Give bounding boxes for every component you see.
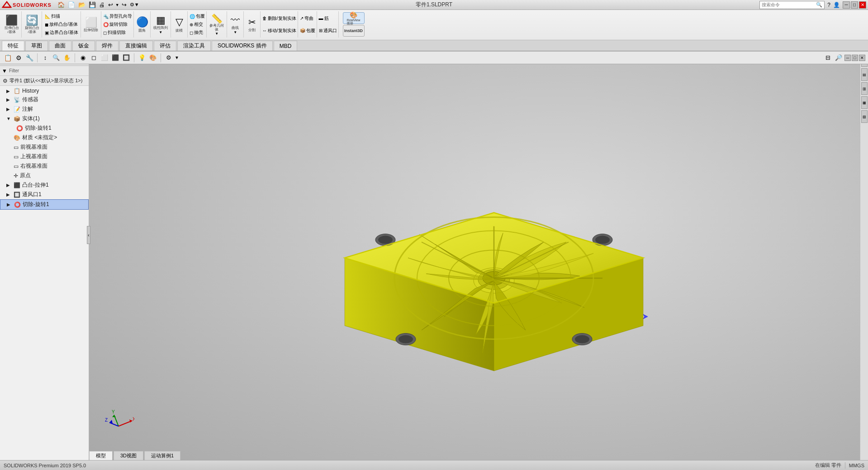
revolve-boss-btn[interactable]: 🔄 旋转凸台/基体 bbox=[24, 14, 40, 35]
home-btn[interactable]: 🏠 bbox=[56, 1, 66, 9]
right-panel-btn-2[interactable]: ▤ bbox=[861, 68, 868, 81]
ref-geometry-btn[interactable]: 📏 参考几何体 ▼ bbox=[209, 13, 224, 36]
window-min-btn[interactable]: ─ bbox=[844, 55, 851, 61]
tab-direct-edit[interactable]: 直接编辑 bbox=[119, 41, 153, 51]
split-btn[interactable]: ✂ 分割 bbox=[248, 17, 256, 33]
revolve-cut-btn[interactable]: ⭕ 旋转切除 bbox=[103, 21, 132, 28]
tab-3d-view[interactable]: 3D视图 bbox=[114, 451, 143, 460]
orient-btn[interactable]: ↕ bbox=[40, 53, 50, 63]
panel-resize-handle[interactable] bbox=[87, 52, 89, 460]
tree-item-cut-revolve-child[interactable]: ⭕ 切除-旋转1 bbox=[0, 123, 89, 133]
magnify-btn[interactable]: 🔎 bbox=[834, 53, 844, 63]
tab-render[interactable]: 渲染工具 bbox=[177, 41, 211, 51]
tree-item-material[interactable]: 🎨 材质 <未指定> bbox=[0, 133, 89, 142]
draft-btn[interactable]: ▽ 拔模 bbox=[175, 16, 183, 33]
vent-expand[interactable]: ▶ bbox=[6, 192, 12, 197]
close-button[interactable]: ✕ bbox=[859, 1, 866, 9]
tree-item-top-plane[interactable]: ▭ 上视基准面 bbox=[0, 152, 89, 161]
history-expand-icon[interactable]: ▶ bbox=[6, 89, 12, 94]
tree-item-cut-revolve-selected[interactable]: ▶ ⭕ 切除-旋转1 bbox=[0, 199, 89, 210]
ref-geometry-dropdown[interactable]: ▼ bbox=[215, 32, 218, 36]
rib-btn[interactable]: ▬ 筋 bbox=[319, 15, 337, 22]
curves-btn[interactable]: 〰 曲线 ▼ bbox=[231, 15, 240, 34]
tree-item-history[interactable]: ▶ 📋 History bbox=[0, 87, 89, 95]
undo-btn[interactable]: ↩ bbox=[107, 1, 114, 9]
boundary-btn[interactable]: ▣ 边界凸台/基体 bbox=[44, 29, 79, 36]
pan-btn[interactable]: ✋ bbox=[62, 53, 72, 63]
wireframe-btn[interactable]: ◻ bbox=[89, 53, 99, 63]
instant3d-btn[interactable]: Instant3D bbox=[343, 25, 365, 37]
solid-bodies-expand-icon[interactable]: ▼ bbox=[6, 116, 12, 121]
account-icon[interactable]: 👤 bbox=[833, 2, 840, 8]
perspective-btn[interactable]: 🔲 bbox=[121, 53, 131, 63]
zoom-btn[interactable]: 🔍 bbox=[51, 53, 61, 63]
annotations-expand-icon[interactable]: ▶ bbox=[6, 107, 12, 112]
cut-revolve-expand[interactable]: ▶ bbox=[7, 202, 12, 207]
config-manager-toggle[interactable]: 🔧 bbox=[24, 53, 34, 63]
tab-surface[interactable]: 曲面 bbox=[49, 41, 71, 51]
search-input[interactable] bbox=[762, 2, 816, 8]
linear-pattern-dropdown-icon[interactable]: ▼ bbox=[159, 30, 162, 34]
shell-btn[interactable]: ◻ 抽壳 bbox=[190, 29, 205, 36]
right-panel-btn-4[interactable]: ▦ bbox=[861, 96, 868, 109]
tree-item-solid-bodies[interactable]: ▼ 📦 实体(1) bbox=[0, 114, 89, 123]
tab-solidworks-plugins[interactable]: SOLIDWORKS 插件 bbox=[212, 41, 273, 51]
tab-evaluate[interactable]: 评估 bbox=[154, 41, 176, 51]
undo-dropdown[interactable]: ▼ bbox=[115, 2, 120, 8]
curves-dropdown[interactable]: ▼ bbox=[233, 30, 237, 34]
shaded-btn[interactable]: ⬛ bbox=[110, 53, 120, 63]
vent-btn[interactable]: ⊞ 通风口 bbox=[319, 28, 337, 34]
fillet-btn[interactable]: 🔵 圆角 bbox=[136, 16, 148, 33]
save-btn[interactable]: 💾 bbox=[87, 1, 97, 9]
tree-item-sensors[interactable]: ▶ 📡 传感器 bbox=[0, 95, 89, 104]
display-style-btn[interactable]: ◉ bbox=[78, 53, 88, 63]
tree-item-annotations[interactable]: ▶ 📝 注解 bbox=[0, 104, 89, 114]
tab-motion-study[interactable]: 运动算例1 bbox=[144, 451, 180, 460]
loft-btn[interactable]: ◼ 放样凸台/基体 bbox=[44, 21, 79, 28]
sweep-btn[interactable]: 📐 扫描 bbox=[44, 13, 79, 20]
open-btn[interactable]: 📂 bbox=[77, 1, 87, 9]
lights-btn[interactable]: 💡 bbox=[137, 53, 147, 63]
view-dropdown-arrow[interactable]: ▼ bbox=[175, 55, 179, 60]
tab-feature[interactable]: 特征 bbox=[2, 41, 24, 51]
redo-btn[interactable]: ↪ bbox=[120, 1, 128, 9]
extrude-cut-btn[interactable]: ⬜ 拉伸切除 bbox=[84, 17, 98, 33]
tab-weldment[interactable]: 焊件 bbox=[96, 41, 119, 51]
collapse-handle[interactable]: ‹ bbox=[87, 226, 90, 244]
window-close-btn[interactable]: ✕ bbox=[859, 55, 865, 61]
boss-extrude-btn[interactable]: ⬛ 拉伸凸台/基体 bbox=[4, 14, 20, 35]
minimize-button[interactable]: ─ bbox=[843, 1, 850, 9]
help-icon[interactable]: ? bbox=[827, 2, 830, 8]
print-btn[interactable]: 🖨 bbox=[98, 1, 106, 9]
window-max-btn[interactable]: □ bbox=[852, 55, 858, 61]
intersect-btn[interactable]: ⊕ 相交 bbox=[190, 21, 205, 28]
color-btn[interactable]: 🎨 bbox=[148, 53, 158, 63]
new-btn[interactable]: 📄 bbox=[66, 1, 76, 9]
settings-dropdown[interactable]: ⚙▼ bbox=[128, 1, 141, 8]
search-icon[interactable]: 🔍 bbox=[816, 2, 822, 8]
wrap-btn[interactable]: 🌐 包覆 bbox=[190, 13, 205, 19]
wrap2-btn[interactable]: 📦 包覆 bbox=[300, 28, 315, 34]
realview-btn[interactable]: 🎨 RealView图形 bbox=[343, 12, 365, 24]
hidden-lines-btn[interactable]: ⬜ bbox=[100, 53, 109, 63]
sweep-cut-btn[interactable]: ◻ 扫描切除 bbox=[103, 29, 132, 36]
bend-btn[interactable]: ↗ 弯曲 bbox=[300, 15, 315, 22]
right-panel-btn-3[interactable]: ▥ bbox=[861, 82, 868, 95]
view-settings-btn[interactable]: ⚙ bbox=[164, 53, 174, 63]
tree-item-boss-extrude[interactable]: ▶ ⬛ 凸台-拉伸1 bbox=[0, 180, 89, 190]
tree-item-right-plane[interactable]: ▭ 右视基准面 bbox=[0, 161, 89, 171]
boss-extrude-expand[interactable]: ▶ bbox=[6, 183, 12, 188]
hole-wizard-btn[interactable]: 🔩 异型孔向导 bbox=[103, 13, 132, 19]
tab-sheetmetal[interactable]: 钣金 bbox=[72, 41, 95, 51]
feature-manager-toggle[interactable]: 📋 bbox=[3, 53, 13, 63]
tab-model[interactable]: 模型 bbox=[89, 451, 113, 460]
right-panel-btn-5[interactable]: ▧ bbox=[861, 110, 868, 123]
delete-solid-btn[interactable]: 🗑 删除/复制实体 bbox=[262, 15, 296, 22]
tree-item-vent[interactable]: ▶ 🔲 通风口1 bbox=[0, 190, 89, 199]
tab-sketch[interactable]: 草图 bbox=[25, 41, 48, 51]
section-view-btn[interactable]: ⊟ bbox=[823, 53, 833, 63]
move-solid-btn[interactable]: ↔ 移动/复制实体 bbox=[262, 28, 296, 34]
restore-button[interactable]: □ bbox=[851, 1, 858, 9]
tree-item-front-plane[interactable]: ▭ 前视基准面 bbox=[0, 142, 89, 152]
sensors-expand-icon[interactable]: ▶ bbox=[6, 97, 12, 102]
